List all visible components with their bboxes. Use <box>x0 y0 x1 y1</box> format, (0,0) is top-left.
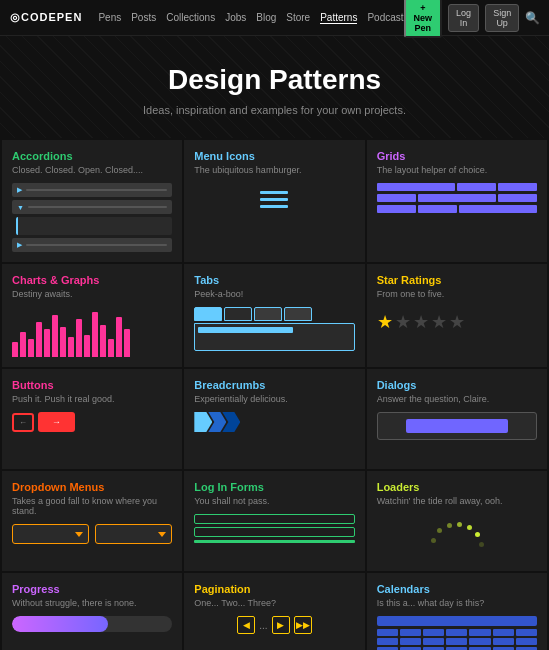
card-subtitle: Without struggle, there is none. <box>12 598 172 608</box>
nav-posts[interactable]: Posts <box>131 12 156 24</box>
cal-cell <box>400 638 421 645</box>
search-icon[interactable]: 🔍 <box>525 11 540 25</box>
nav-blog[interactable]: Blog <box>256 12 276 24</box>
cal-cell <box>400 629 421 636</box>
card-subtitle: From one to five. <box>377 289 537 299</box>
grid-cell <box>459 205 537 213</box>
header-actions: + New Pen Log In Sign Up 🔍 <box>404 0 541 38</box>
page-ellipsis: ... <box>259 620 267 631</box>
card-calendars[interactable]: Calendars Is this a... what day is this? <box>367 573 547 650</box>
card-title: Dialogs <box>377 379 537 391</box>
nav-jobs[interactable]: Jobs <box>225 12 246 24</box>
chart-bar <box>36 322 42 357</box>
dropdown-arrow-icon-2 <box>158 532 166 537</box>
card-title: Loaders <box>377 481 537 493</box>
btn-preview-filled: → <box>38 412 75 432</box>
page-last-btn: ▶▶ <box>294 616 312 634</box>
card-title: Progress <box>12 583 172 595</box>
card-charts-graphs[interactable]: Charts & Graphs Destiny awaits. <box>2 264 182 367</box>
new-pen-button[interactable]: + New Pen <box>404 0 443 38</box>
card-dropdown-menus[interactable]: Dropdown Menus Takes a good fall to know… <box>2 471 182 571</box>
card-star-ratings[interactable]: Star Ratings From one to five. ★ ★ ★ ★ ★ <box>367 264 547 367</box>
calendar-preview <box>377 616 537 650</box>
cal-cell <box>446 638 467 645</box>
login-button[interactable]: Log In <box>448 4 479 32</box>
card-subtitle: The ubiquitous hamburger. <box>194 165 354 175</box>
acc-bar-3: ▶ <box>12 238 172 252</box>
nav-pens[interactable]: Pens <box>98 12 121 24</box>
card-login-forms[interactable]: Log In Forms You shall not pass. <box>184 471 364 571</box>
nav-store[interactable]: Store <box>286 12 310 24</box>
chart-bar <box>12 342 18 357</box>
signup-button[interactable]: Sign Up <box>485 4 519 32</box>
page-subtitle: Ideas, inspiration and examples for your… <box>20 104 529 116</box>
chart-bar <box>76 319 82 357</box>
acc-bar-2: ▼ <box>12 200 172 214</box>
card-grids[interactable]: Grids The layout helper of choice. <box>367 140 547 262</box>
cal-cell <box>493 638 514 645</box>
card-breadcrumbs[interactable]: Breadcrumbs Experientially delicious. <box>184 369 364 469</box>
pagination-preview: ◀ ... ▶ ▶▶ <box>194 616 354 634</box>
cal-cell <box>493 629 514 636</box>
grid-preview <box>377 183 537 213</box>
cal-grid <box>377 629 537 650</box>
card-pagination[interactable]: Pagination One... Two... Three? ◀ ... ▶ … <box>184 573 364 650</box>
cal-cell <box>516 638 537 645</box>
card-title: Calendars <box>377 583 537 595</box>
card-buttons[interactable]: Buttons Push it. Push it real good. ← → <box>2 369 182 469</box>
cal-cell <box>423 629 444 636</box>
card-title: Accordions <box>12 150 172 162</box>
card-subtitle: Experientially delicious. <box>194 394 354 404</box>
main-nav: Pens Posts Collections Jobs Blog Store P… <box>98 12 403 24</box>
card-title: Charts & Graphs <box>12 274 172 286</box>
accordion-preview: ▶ ▼ ▶ <box>12 183 172 252</box>
nav-podcast[interactable]: Podcast <box>367 12 403 24</box>
cal-cell <box>516 629 537 636</box>
page-next-btn: ▶ <box>272 616 290 634</box>
card-loaders[interactable]: Loaders Watchin' the tide roll away, ooh… <box>367 471 547 571</box>
loader-dot <box>431 538 436 543</box>
loader-dot <box>437 528 442 533</box>
grid-cell <box>498 194 537 202</box>
chart-bar <box>44 329 50 357</box>
tab-item-1 <box>194 307 222 321</box>
grid-row-1 <box>377 183 537 191</box>
star-filled-1: ★ <box>377 311 393 333</box>
card-title: Breadcrumbs <box>194 379 354 391</box>
chart-bar <box>52 315 58 357</box>
acc-triangle-icon-2: ▼ <box>17 204 24 211</box>
nav-patterns[interactable]: Patterns <box>320 12 357 24</box>
card-tabs[interactable]: Tabs Peek-a-boo! <box>184 264 364 367</box>
card-accordions[interactable]: Accordions Closed. Closed. Open. Closed.… <box>2 140 182 262</box>
loader-dot <box>447 523 452 528</box>
card-subtitle: Peek-a-boo! <box>194 289 354 299</box>
cal-cell <box>469 638 490 645</box>
hamburger-line-1 <box>260 191 288 194</box>
loader-dots <box>427 520 487 550</box>
card-menu-icons[interactable]: Menu Icons The ubiquitous hamburger. <box>184 140 364 262</box>
chart-bar <box>20 332 26 357</box>
hamburger-preview <box>194 183 354 216</box>
grid-row-2 <box>377 194 537 202</box>
btn-preview-outlined: ← <box>12 413 34 432</box>
card-subtitle: The layout helper of choice. <box>377 165 537 175</box>
acc-triangle-icon: ▶ <box>17 186 22 194</box>
card-dialogs[interactable]: Dialogs Answer the question, Claire. <box>367 369 547 469</box>
main-header: ◎CODEPEN Pens Posts Collections Jobs Blo… <box>0 0 549 36</box>
acc-bar-1: ▶ <box>12 183 172 197</box>
grid-cell <box>377 194 416 202</box>
grid-cell <box>418 205 457 213</box>
loader-dot <box>467 525 472 530</box>
card-title: Buttons <box>12 379 172 391</box>
progress-preview <box>12 616 172 632</box>
login-field-2 <box>194 527 354 537</box>
nav-collections[interactable]: Collections <box>166 12 215 24</box>
logo[interactable]: ◎CODEPEN <box>10 11 82 24</box>
tab-row <box>194 307 354 321</box>
card-subtitle: Takes a good fall to know where you stan… <box>12 496 172 516</box>
page-title: Design Patterns <box>20 64 529 96</box>
crumb-1 <box>194 412 212 432</box>
card-progress[interactable]: Progress Without struggle, there is none… <box>2 573 182 650</box>
hamburger-line-2 <box>260 198 288 201</box>
hero-section: Design Patterns Ideas, inspiration and e… <box>0 36 549 138</box>
